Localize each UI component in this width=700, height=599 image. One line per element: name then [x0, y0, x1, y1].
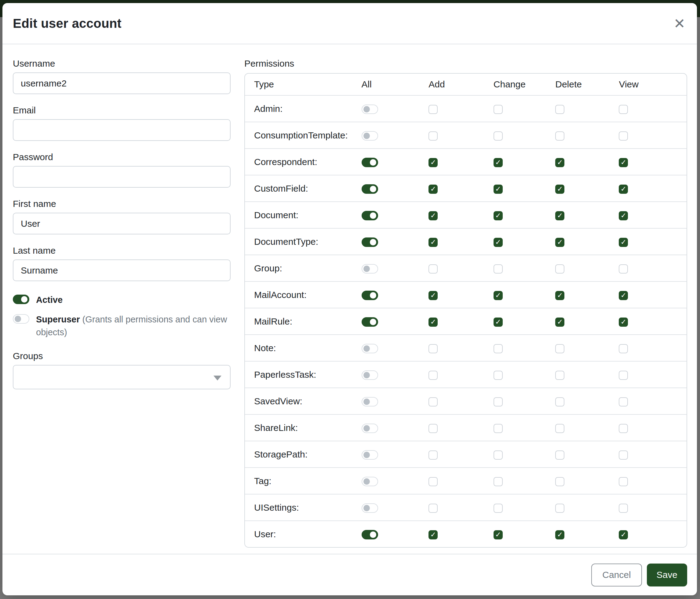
permission-all-toggle[interactable] — [361, 370, 378, 380]
groups-select[interactable] — [13, 365, 231, 389]
permission-delete-checkbox[interactable] — [555, 397, 565, 406]
permission-view-checkbox[interactable]: ✓ — [619, 185, 628, 194]
permission-all-toggle[interactable] — [361, 104, 378, 114]
permission-add-checkbox[interactable] — [428, 371, 438, 380]
permission-delete-checkbox[interactable]: ✓ — [555, 158, 565, 167]
permission-view-checkbox[interactable] — [619, 451, 628, 460]
permission-change-checkbox[interactable]: ✓ — [494, 530, 503, 540]
permission-change-checkbox[interactable] — [494, 344, 503, 353]
permission-all-toggle[interactable] — [361, 503, 378, 513]
permission-view-checkbox[interactable] — [619, 504, 628, 513]
permission-add-checkbox[interactable] — [428, 344, 438, 353]
permission-view-checkbox[interactable]: ✓ — [619, 158, 628, 167]
email-field[interactable] — [13, 119, 231, 141]
cancel-button[interactable]: Cancel — [591, 564, 642, 586]
permission-add-checkbox[interactable] — [428, 477, 438, 486]
permission-change-checkbox[interactable]: ✓ — [494, 211, 503, 220]
save-button[interactable]: Save — [647, 564, 687, 586]
first-name-field[interactable] — [13, 213, 231, 234]
permission-all-toggle[interactable] — [361, 450, 378, 460]
permission-view-checkbox[interactable]: ✓ — [619, 291, 628, 300]
toggle-knob — [370, 239, 376, 245]
permission-delete-checkbox[interactable] — [555, 344, 565, 353]
permission-all-toggle[interactable] — [361, 477, 378, 486]
permission-change-checkbox[interactable] — [494, 371, 503, 380]
permission-change-checkbox[interactable]: ✓ — [494, 185, 503, 194]
permission-view-checkbox[interactable] — [619, 477, 628, 486]
permission-all-toggle[interactable] — [361, 291, 378, 300]
permission-delete-checkbox[interactable] — [555, 424, 565, 433]
permission-view-checkbox[interactable] — [619, 131, 628, 141]
username-input[interactable] — [13, 72, 231, 94]
permission-change-checkbox[interactable]: ✓ — [494, 158, 503, 167]
permission-all-toggle[interactable] — [361, 424, 378, 433]
permission-all-toggle[interactable] — [361, 530, 378, 540]
permission-view-checkbox[interactable] — [619, 264, 628, 273]
permission-view-checkbox[interactable] — [619, 424, 628, 433]
permission-add-checkbox[interactable]: ✓ — [428, 211, 438, 220]
permission-add-checkbox[interactable]: ✓ — [428, 317, 438, 327]
permission-change-checkbox[interactable] — [494, 477, 503, 486]
permission-change-checkbox[interactable]: ✓ — [494, 238, 503, 247]
permission-add-checkbox[interactable]: ✓ — [428, 158, 438, 167]
permission-view-checkbox[interactable] — [619, 397, 628, 406]
permission-add-checkbox[interactable]: ✓ — [428, 530, 438, 540]
permission-all-toggle[interactable] — [361, 184, 378, 194]
permission-all-toggle[interactable] — [361, 317, 378, 327]
permission-delete-checkbox[interactable] — [555, 371, 565, 380]
permission-view-checkbox[interactable]: ✓ — [619, 530, 628, 540]
permission-change-checkbox[interactable]: ✓ — [494, 317, 503, 327]
toggle-knob — [364, 345, 370, 352]
permission-delete-checkbox[interactable] — [555, 477, 565, 486]
permission-change-checkbox[interactable] — [494, 264, 503, 273]
permission-add-checkbox[interactable]: ✓ — [428, 185, 438, 194]
permission-view-checkbox[interactable]: ✓ — [619, 317, 628, 327]
superuser-toggle[interactable] — [13, 314, 29, 324]
close-icon[interactable]: ✕ — [673, 17, 685, 30]
permission-change-checkbox[interactable] — [494, 424, 503, 433]
permission-change-checkbox[interactable] — [494, 504, 503, 513]
permission-add-checkbox[interactable] — [428, 451, 438, 460]
permission-view-checkbox[interactable]: ✓ — [619, 238, 628, 247]
permission-add-checkbox[interactable]: ✓ — [428, 291, 438, 300]
permission-delete-checkbox[interactable] — [555, 131, 565, 141]
permission-delete-checkbox[interactable] — [555, 504, 565, 513]
permission-change-checkbox[interactable] — [494, 105, 503, 114]
permission-view-checkbox[interactable] — [619, 105, 628, 114]
permission-type-label: MailRule: — [245, 316, 355, 327]
permission-delete-checkbox[interactable] — [555, 451, 565, 460]
permission-all-toggle[interactable] — [361, 397, 378, 406]
permission-add-checkbox[interactable] — [428, 504, 438, 513]
permission-add-checkbox[interactable] — [428, 264, 438, 273]
permission-delete-checkbox[interactable]: ✓ — [555, 238, 565, 247]
permission-change-checkbox[interactable] — [494, 131, 503, 141]
permission-all-toggle[interactable] — [361, 237, 378, 247]
permissions-table: Type All Add Change Delete View Admin: C… — [244, 73, 687, 548]
permission-change-checkbox[interactable]: ✓ — [494, 291, 503, 300]
permission-add-checkbox[interactable] — [428, 424, 438, 433]
permission-delete-checkbox[interactable]: ✓ — [555, 185, 565, 194]
permission-delete-checkbox[interactable]: ✓ — [555, 211, 565, 220]
permission-delete-checkbox[interactable] — [555, 105, 565, 114]
permission-add-checkbox[interactable]: ✓ — [428, 238, 438, 247]
permission-delete-checkbox[interactable]: ✓ — [555, 530, 565, 540]
permission-delete-checkbox[interactable]: ✓ — [555, 317, 565, 327]
permission-all-toggle[interactable] — [361, 131, 378, 141]
active-toggle[interactable] — [13, 295, 29, 304]
permission-all-toggle[interactable] — [361, 264, 378, 273]
permission-all-toggle[interactable] — [361, 211, 378, 220]
permission-change-checkbox[interactable] — [494, 451, 503, 460]
permission-change-checkbox[interactable] — [494, 397, 503, 406]
permission-add-checkbox[interactable] — [428, 131, 438, 141]
permission-delete-checkbox[interactable]: ✓ — [555, 291, 565, 300]
password-field[interactable] — [13, 166, 231, 188]
permission-add-checkbox[interactable] — [428, 105, 438, 114]
permission-view-checkbox[interactable] — [619, 371, 628, 380]
permission-view-checkbox[interactable] — [619, 344, 628, 353]
permission-all-toggle[interactable] — [361, 344, 378, 353]
permission-all-toggle[interactable] — [361, 158, 378, 167]
last-name-field[interactable] — [13, 260, 231, 281]
permission-add-checkbox[interactable] — [428, 397, 438, 406]
permission-delete-checkbox[interactable] — [555, 264, 565, 273]
permission-view-checkbox[interactable]: ✓ — [619, 211, 628, 220]
